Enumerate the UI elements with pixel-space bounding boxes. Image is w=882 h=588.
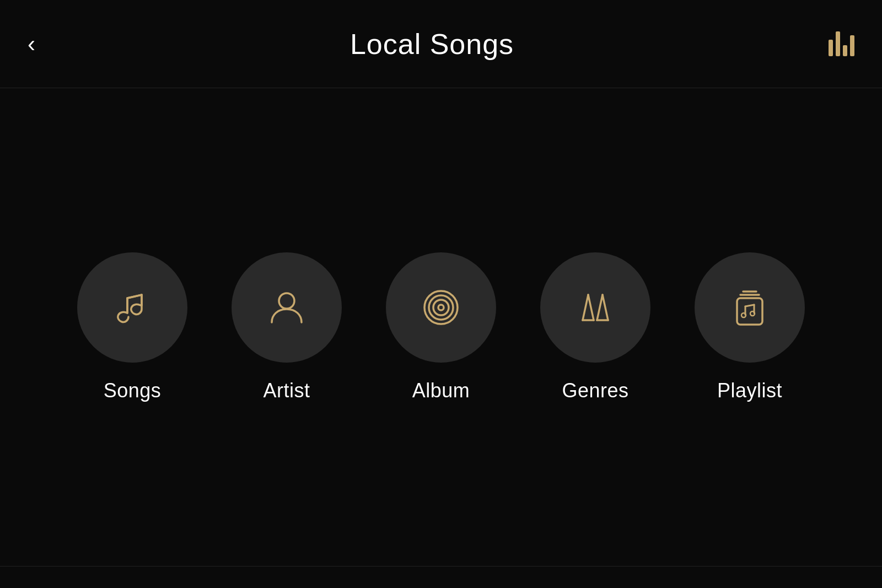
svg-point-6 [433, 300, 449, 315]
artist-circle [232, 252, 342, 363]
playlist-label: Playlist [717, 379, 782, 402]
album-label: Album [412, 379, 470, 402]
svg-line-11 [597, 295, 603, 320]
genres-category[interactable]: Genres [540, 252, 650, 402]
disc-icon [416, 283, 466, 332]
svg-line-18 [745, 305, 754, 306]
playlist-icon [725, 283, 775, 332]
genres-circle [540, 252, 650, 363]
songs-label: Songs [104, 379, 162, 402]
songs-circle [77, 252, 187, 363]
album-category[interactable]: Album [386, 252, 496, 402]
genres-icon [571, 283, 620, 332]
person-icon [262, 283, 311, 332]
songs-category[interactable]: Songs [77, 252, 187, 402]
playlist-category[interactable]: Playlist [695, 252, 805, 402]
header: ‹ Local Songs [0, 0, 882, 88]
eq-bar-4 [850, 35, 854, 56]
svg-line-1 [127, 295, 142, 298]
svg-point-21 [750, 311, 755, 316]
main-content: Songs Artist Album [0, 88, 882, 566]
svg-line-8 [583, 295, 588, 320]
svg-line-9 [588, 295, 594, 320]
artist-label: Artist [263, 379, 310, 402]
categories-row: Songs Artist Album [77, 252, 805, 402]
svg-rect-14 [737, 298, 762, 325]
back-button[interactable]: ‹ [28, 33, 35, 56]
eq-bar-1 [829, 40, 833, 56]
artist-category[interactable]: Artist [232, 252, 342, 402]
svg-point-3 [279, 293, 294, 309]
equalizer-icon[interactable] [829, 31, 854, 56]
page-title: Local Songs [350, 28, 514, 61]
music-note-icon [107, 283, 157, 332]
playlist-circle [695, 252, 805, 363]
eq-bar-2 [836, 31, 840, 56]
album-circle [386, 252, 496, 363]
svg-point-20 [741, 313, 746, 317]
eq-bar-3 [843, 45, 847, 56]
svg-point-7 [438, 305, 444, 310]
genres-label: Genres [562, 379, 628, 402]
svg-line-12 [603, 295, 608, 320]
footer-bar [0, 566, 882, 588]
